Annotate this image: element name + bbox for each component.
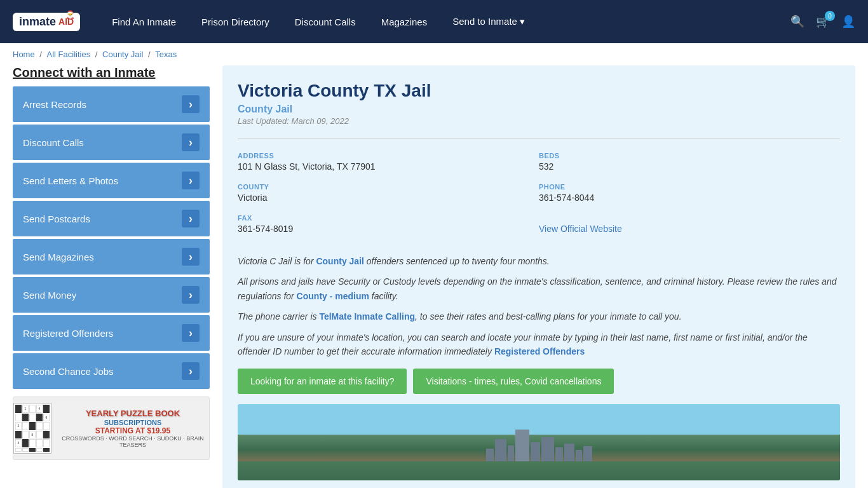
visitations-button[interactable]: Visitations - times, rules, Covid cancel…: [413, 369, 614, 394]
building-6: [541, 437, 554, 461]
ad-subtitle: SUBSCRIPTIONS: [62, 419, 204, 426]
sidebar-item-send-letters[interactable]: Send Letters & Photos ›: [13, 163, 210, 198]
building-10: [583, 446, 592, 461]
breadcrumb-sep-1: /: [39, 50, 44, 59]
sidebar-item-discount-calls[interactable]: Discount Calls ›: [13, 125, 210, 160]
address-value: 101 N Glass St, Victoria, TX 77901: [238, 161, 539, 172]
chevron-right-icon: ›: [182, 210, 200, 227]
sidebar-item-label: Send Magazines: [23, 252, 94, 262]
main-layout: Connect with an Inmate Arrest Records › …: [0, 65, 868, 488]
nav-magazines[interactable]: Magazines: [381, 17, 428, 27]
nav-send-to-inmate[interactable]: Send to Inmate ▾: [452, 16, 525, 27]
logo[interactable]: inmate AID 🎅: [13, 13, 80, 31]
building-8: [564, 444, 574, 461]
breadcrumb-sep-3: /: [148, 50, 153, 59]
county-value: Victoria: [238, 193, 539, 203]
facility-image: [238, 404, 840, 480]
facility-info-grid: ADDRESS 101 N Glass St, Victoria, TX 779…: [238, 139, 840, 241]
beds-label: BEDS: [539, 152, 840, 159]
sidebar-item-label: Registered Offenders: [23, 328, 113, 339]
county-item: COUNTY Victoria: [238, 179, 539, 210]
city-skyline: [238, 423, 840, 461]
telmate-link[interactable]: TelMate Inmate Calling: [319, 311, 415, 322]
building-1: [486, 449, 494, 461]
sidebar-item-label: Discount Calls: [23, 137, 84, 148]
desc-para-3: The phone carrier is TelMate Inmate Call…: [238, 309, 840, 323]
sidebar-item-send-postcards[interactable]: Send Postcards ›: [13, 201, 210, 236]
registered-offenders-link[interactable]: Registered Offenders: [494, 346, 585, 356]
desc-para-2: All prisons and jails have Security or C…: [238, 274, 840, 303]
building-3: [508, 445, 514, 461]
nav-find-inmate[interactable]: Find An Inmate: [112, 17, 176, 27]
user-icon[interactable]: 👤: [841, 15, 855, 29]
logo-text: inmate: [19, 15, 56, 29]
main-nav: Find An Inmate Prison Directory Discount…: [112, 16, 771, 27]
chevron-right-icon: ›: [182, 172, 200, 189]
chevron-right-icon: ›: [182, 133, 200, 151]
ad-title: YEARLY PUZZLE BOOK: [62, 409, 204, 419]
sidebar-menu: Arrest Records › Discount Calls › Send L…: [13, 86, 210, 389]
facility-title: Victoria County TX Jail: [238, 81, 840, 101]
sidebar-item-label: Send Letters & Photos: [23, 175, 118, 186]
header-icons: 🔍 🛒 0 👤: [790, 15, 855, 29]
sidebar-item-label: Send Money: [23, 290, 76, 301]
chevron-right-icon: ›: [182, 286, 200, 304]
facility-type: County Jail: [238, 104, 840, 115]
website-label-spacer: [539, 214, 840, 222]
desc-para-1: Victoria C Jail is for County Jail offen…: [238, 254, 840, 268]
website-item: View Official Website: [539, 210, 840, 241]
sidebar-item-label: Arrest Records: [23, 99, 86, 110]
foreground-greenery: [238, 461, 840, 480]
nav-discount-calls[interactable]: Discount Calls: [295, 17, 356, 27]
site-header: inmate AID 🎅 Find An Inmate Prison Direc…: [0, 0, 868, 43]
cart-icon[interactable]: 🛒 0: [816, 15, 830, 29]
breadcrumb-all-facilities[interactable]: All Facilities: [47, 50, 91, 59]
sidebar: Connect with an Inmate Arrest Records › …: [13, 65, 210, 460]
breadcrumb-home[interactable]: Home: [13, 50, 35, 59]
facility-description: Victoria C Jail is for County Jail offen…: [238, 254, 840, 358]
sidebar-item-arrest-records[interactable]: Arrest Records ›: [13, 86, 210, 122]
sidebar-item-label: Second Chance Jobs: [23, 366, 114, 377]
breadcrumb-county-jail[interactable]: County Jail: [102, 50, 143, 59]
sidebar-item-second-chance-jobs[interactable]: Second Chance Jobs ›: [13, 353, 210, 389]
address-label: ADDRESS: [238, 152, 539, 159]
phone-item: PHONE 361-574-8044: [539, 179, 840, 210]
sidebar-item-label: Send Postcards: [23, 214, 90, 224]
breadcrumb-state[interactable]: Texas: [155, 50, 177, 59]
ad-price: STARTING AT $19.95: [62, 426, 204, 435]
breadcrumb-sep-2: /: [95, 50, 100, 59]
phone-label: PHONE: [539, 183, 840, 191]
fax-item: FAX 361-574-8019: [238, 210, 539, 241]
breadcrumb: Home / All Facilities / County Jail / Te…: [0, 43, 868, 65]
sidebar-ad[interactable]: 14 9 2 5 3 YEARLY PUZZLE BOOK SUBSCRIPTI…: [13, 396, 210, 460]
find-inmate-button[interactable]: Looking for an inmate at this facility?: [238, 369, 407, 394]
sidebar-item-send-money[interactable]: Send Money ›: [13, 277, 210, 313]
building-2: [495, 439, 506, 461]
building-5: [531, 442, 540, 461]
chevron-right-icon: ›: [182, 248, 200, 266]
fax-value: 361-574-8019: [238, 224, 539, 234]
chevron-right-icon: ›: [182, 95, 200, 113]
address-item: ADDRESS 101 N Glass St, Victoria, TX 779…: [238, 148, 539, 179]
facility-updated: Last Updated: March 09, 2022: [238, 116, 840, 126]
county-jail-link-1[interactable]: County Jail: [316, 256, 363, 266]
ad-items: CROSSWORDS · WORD SEARCH · SUDOKU · BRAI…: [62, 435, 204, 448]
sidebar-title: Connect with an Inmate: [13, 65, 210, 80]
facility-content: Victoria County TX Jail County Jail Last…: [222, 65, 855, 488]
county-medium-link[interactable]: County - medium: [297, 291, 369, 301]
sidebar-item-send-magazines[interactable]: Send Magazines ›: [13, 239, 210, 274]
action-buttons: Looking for an inmate at this facility? …: [238, 369, 840, 394]
phone-value: 361-574-8044: [539, 193, 840, 203]
building-7: [555, 447, 563, 461]
building-9: [576, 450, 582, 461]
desc-para-4: If you are unsure of your inmate's locat…: [238, 330, 840, 359]
beds-value: 532: [539, 161, 840, 172]
search-icon[interactable]: 🔍: [790, 15, 804, 29]
nav-prison-directory[interactable]: Prison Directory: [201, 17, 269, 27]
view-official-website-link[interactable]: View Official Website: [539, 224, 622, 234]
puzzle-preview: 14 9 2 5 3: [13, 403, 51, 454]
fax-label: FAX: [238, 214, 539, 222]
sidebar-item-registered-offenders[interactable]: Registered Offenders ›: [13, 315, 210, 351]
building-tall: [515, 430, 529, 461]
beds-item: BEDS 532: [539, 148, 840, 179]
